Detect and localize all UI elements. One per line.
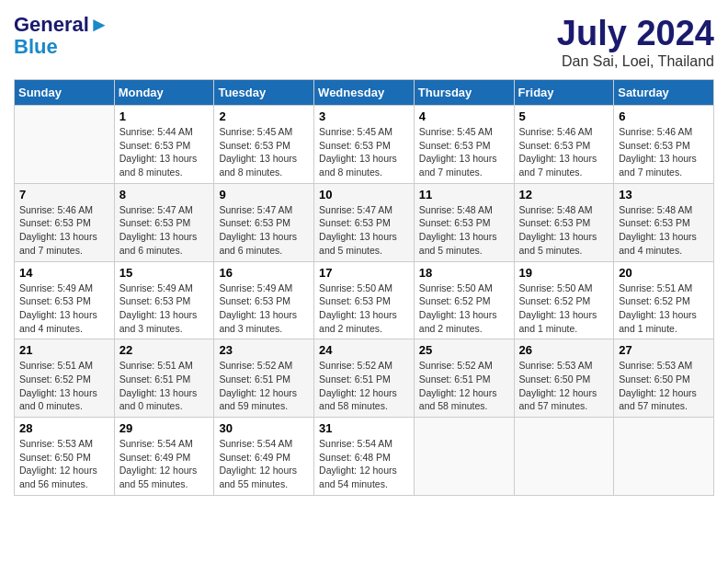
day-info: Sunrise: 5:52 AMSunset: 6:51 PMDaylight:… bbox=[319, 359, 409, 413]
calendar-cell: 23Sunrise: 5:52 AMSunset: 6:51 PMDayligh… bbox=[214, 339, 314, 418]
calendar-week-row: 14Sunrise: 5:49 AMSunset: 6:53 PMDayligh… bbox=[15, 261, 714, 339]
calendar-cell: 25Sunrise: 5:52 AMSunset: 6:51 PMDayligh… bbox=[414, 339, 514, 418]
day-info: Sunrise: 5:47 AMSunset: 6:53 PMDaylight:… bbox=[219, 203, 309, 258]
day-number: 24 bbox=[319, 343, 409, 357]
weekday-header: Friday bbox=[514, 80, 614, 106]
day-number: 18 bbox=[419, 266, 509, 280]
weekday-header: Saturday bbox=[614, 80, 714, 106]
calendar-cell: 29Sunrise: 5:54 AMSunset: 6:49 PMDayligh… bbox=[114, 418, 214, 496]
day-number: 2 bbox=[219, 109, 309, 123]
day-number: 6 bbox=[619, 109, 709, 123]
day-info: Sunrise: 5:45 AMSunset: 6:53 PMDaylight:… bbox=[219, 125, 309, 179]
day-info: Sunrise: 5:44 AMSunset: 6:53 PMDaylight:… bbox=[119, 125, 210, 179]
calendar-cell: 18Sunrise: 5:50 AMSunset: 6:52 PMDayligh… bbox=[414, 261, 514, 339]
weekday-header: Wednesday bbox=[314, 80, 415, 106]
calendar-cell: 22Sunrise: 5:51 AMSunset: 6:51 PMDayligh… bbox=[114, 339, 214, 418]
day-number: 13 bbox=[619, 188, 709, 201]
day-number: 26 bbox=[519, 343, 609, 357]
day-number: 3 bbox=[319, 109, 409, 123]
calendar-cell: 5Sunrise: 5:46 AMSunset: 6:53 PMDaylight… bbox=[514, 106, 614, 184]
day-info: Sunrise: 5:48 AMSunset: 6:53 PMDaylight:… bbox=[519, 203, 609, 258]
weekday-header: Tuesday bbox=[214, 80, 314, 106]
calendar-cell: 3Sunrise: 5:45 AMSunset: 6:53 PMDaylight… bbox=[314, 106, 415, 184]
day-info: Sunrise: 5:53 AMSunset: 6:50 PMDaylight:… bbox=[619, 359, 709, 413]
calendar-cell: 15Sunrise: 5:49 AMSunset: 6:53 PMDayligh… bbox=[114, 261, 214, 339]
day-number: 30 bbox=[219, 421, 309, 435]
day-number: 1 bbox=[119, 109, 210, 123]
calendar-cell bbox=[15, 106, 115, 184]
month-year-title: July 2024 bbox=[557, 14, 714, 53]
day-number: 17 bbox=[319, 266, 409, 280]
calendar-cell: 24Sunrise: 5:52 AMSunset: 6:51 PMDayligh… bbox=[314, 339, 415, 418]
day-info: Sunrise: 5:51 AMSunset: 6:52 PMDaylight:… bbox=[19, 359, 109, 413]
calendar-cell: 4Sunrise: 5:45 AMSunset: 6:53 PMDaylight… bbox=[414, 106, 514, 184]
day-number: 31 bbox=[319, 421, 409, 435]
day-number: 29 bbox=[119, 421, 210, 435]
day-info: Sunrise: 5:46 AMSunset: 6:53 PMDaylight:… bbox=[519, 125, 609, 179]
day-number: 19 bbox=[519, 266, 609, 280]
day-info: Sunrise: 5:50 AMSunset: 6:52 PMDaylight:… bbox=[519, 282, 609, 336]
calendar-cell: 1Sunrise: 5:44 AMSunset: 6:53 PMDaylight… bbox=[114, 106, 214, 184]
day-number: 9 bbox=[219, 188, 309, 201]
logo-text: General► bbox=[14, 14, 109, 36]
day-number: 15 bbox=[119, 266, 210, 280]
calendar-cell: 16Sunrise: 5:49 AMSunset: 6:53 PMDayligh… bbox=[214, 261, 314, 339]
day-info: Sunrise: 5:49 AMSunset: 6:53 PMDaylight:… bbox=[119, 282, 210, 336]
logo-blue: Blue bbox=[14, 36, 109, 58]
day-number: 10 bbox=[319, 188, 409, 201]
day-number: 14 bbox=[19, 266, 109, 280]
calendar-cell: 26Sunrise: 5:53 AMSunset: 6:50 PMDayligh… bbox=[514, 339, 614, 418]
weekday-header-row: SundayMondayTuesdayWednesdayThursdayFrid… bbox=[15, 80, 714, 106]
day-number: 25 bbox=[419, 343, 509, 357]
day-info: Sunrise: 5:54 AMSunset: 6:49 PMDaylight:… bbox=[119, 437, 210, 491]
day-info: Sunrise: 5:53 AMSunset: 6:50 PMDaylight:… bbox=[519, 359, 609, 413]
calendar-cell bbox=[514, 418, 614, 496]
calendar-cell: 19Sunrise: 5:50 AMSunset: 6:52 PMDayligh… bbox=[514, 261, 614, 339]
day-number: 28 bbox=[19, 421, 109, 435]
calendar-cell: 11Sunrise: 5:48 AMSunset: 6:53 PMDayligh… bbox=[414, 183, 514, 261]
title-block: July 2024 Dan Sai, Loei, Thailand bbox=[557, 14, 714, 70]
location-subtitle: Dan Sai, Loei, Thailand bbox=[557, 53, 714, 70]
day-info: Sunrise: 5:45 AMSunset: 6:53 PMDaylight:… bbox=[319, 125, 409, 179]
day-info: Sunrise: 5:46 AMSunset: 6:53 PMDaylight:… bbox=[619, 125, 709, 179]
day-info: Sunrise: 5:51 AMSunset: 6:51 PMDaylight:… bbox=[119, 359, 210, 413]
calendar-cell: 21Sunrise: 5:51 AMSunset: 6:52 PMDayligh… bbox=[15, 339, 115, 418]
day-info: Sunrise: 5:50 AMSunset: 6:52 PMDaylight:… bbox=[419, 282, 509, 336]
day-info: Sunrise: 5:45 AMSunset: 6:53 PMDaylight:… bbox=[419, 125, 509, 179]
calendar-cell: 8Sunrise: 5:47 AMSunset: 6:53 PMDaylight… bbox=[114, 183, 214, 261]
weekday-header: Thursday bbox=[414, 80, 514, 106]
day-number: 23 bbox=[219, 343, 309, 357]
weekday-header: Monday bbox=[114, 80, 214, 106]
calendar-week-row: 1Sunrise: 5:44 AMSunset: 6:53 PMDaylight… bbox=[15, 106, 714, 184]
page-header: General► Blue July 2024 Dan Sai, Loei, T… bbox=[14, 14, 714, 70]
day-info: Sunrise: 5:48 AMSunset: 6:53 PMDaylight:… bbox=[619, 203, 709, 258]
day-info: Sunrise: 5:52 AMSunset: 6:51 PMDaylight:… bbox=[419, 359, 509, 413]
calendar-cell: 12Sunrise: 5:48 AMSunset: 6:53 PMDayligh… bbox=[514, 183, 614, 261]
day-number: 12 bbox=[519, 188, 609, 201]
logo: General► Blue bbox=[14, 14, 109, 58]
day-number: 4 bbox=[419, 109, 509, 123]
day-info: Sunrise: 5:51 AMSunset: 6:52 PMDaylight:… bbox=[619, 282, 709, 336]
calendar-cell bbox=[614, 418, 714, 496]
calendar-cell: 7Sunrise: 5:46 AMSunset: 6:53 PMDaylight… bbox=[15, 183, 115, 261]
day-info: Sunrise: 5:52 AMSunset: 6:51 PMDaylight:… bbox=[219, 359, 309, 413]
day-number: 11 bbox=[419, 188, 509, 201]
calendar-week-row: 21Sunrise: 5:51 AMSunset: 6:52 PMDayligh… bbox=[15, 339, 714, 418]
calendar-cell: 17Sunrise: 5:50 AMSunset: 6:53 PMDayligh… bbox=[314, 261, 415, 339]
day-number: 22 bbox=[119, 343, 210, 357]
calendar-cell: 2Sunrise: 5:45 AMSunset: 6:53 PMDaylight… bbox=[214, 106, 314, 184]
day-number: 16 bbox=[219, 266, 309, 280]
calendar-cell: 14Sunrise: 5:49 AMSunset: 6:53 PMDayligh… bbox=[15, 261, 115, 339]
day-info: Sunrise: 5:47 AMSunset: 6:53 PMDaylight:… bbox=[119, 203, 210, 258]
day-info: Sunrise: 5:50 AMSunset: 6:53 PMDaylight:… bbox=[319, 282, 409, 336]
day-number: 8 bbox=[119, 188, 210, 201]
day-number: 7 bbox=[19, 188, 109, 201]
calendar-cell: 6Sunrise: 5:46 AMSunset: 6:53 PMDaylight… bbox=[614, 106, 714, 184]
day-number: 20 bbox=[619, 266, 709, 280]
day-number: 27 bbox=[619, 343, 709, 357]
calendar-cell bbox=[414, 418, 514, 496]
calendar-week-row: 7Sunrise: 5:46 AMSunset: 6:53 PMDaylight… bbox=[15, 183, 714, 261]
day-number: 21 bbox=[19, 343, 109, 357]
day-info: Sunrise: 5:53 AMSunset: 6:50 PMDaylight:… bbox=[19, 437, 109, 491]
day-info: Sunrise: 5:49 AMSunset: 6:53 PMDaylight:… bbox=[219, 282, 309, 336]
